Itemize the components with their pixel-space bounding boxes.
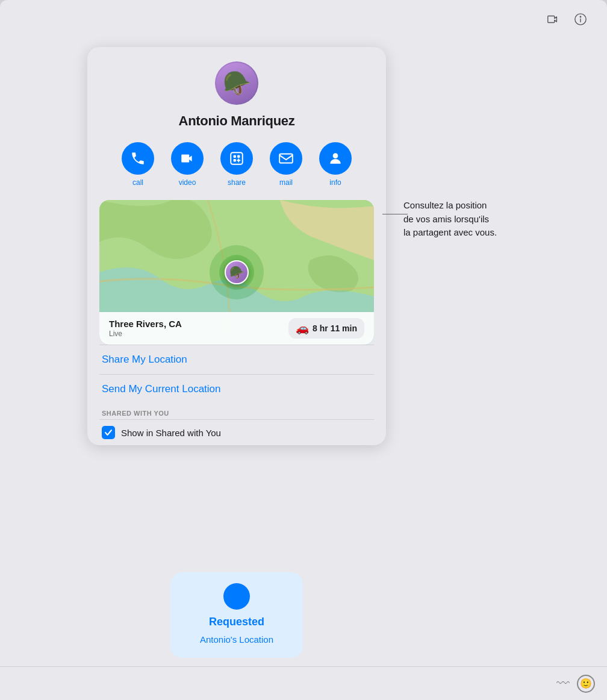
info-action-button[interactable]: info <box>319 142 352 187</box>
video-label: video <box>179 178 196 187</box>
location-ring-inner: 🪖 <box>219 255 254 290</box>
video-call-button[interactable] <box>544 11 561 28</box>
svg-rect-6 <box>234 159 236 161</box>
mail-label: mail <box>279 178 293 187</box>
top-bar <box>544 11 589 28</box>
show-in-shared-checkbox[interactable] <box>102 426 115 439</box>
video-icon-circle <box>171 142 204 175</box>
chat-area: Requested Antonio's Location <box>87 566 386 664</box>
send-current-location-item[interactable]: Send My Current Location <box>99 374 374 404</box>
shared-with-you-label: SHARED WITH YOU <box>99 404 374 419</box>
action-buttons-row: call video <box>99 142 374 187</box>
map-area[interactable]: 🪖 Three Rivers, CA Live 🚗 8 hr 11 min <box>99 200 374 345</box>
send-current-location-label: Send My Current Location <box>102 383 221 395</box>
call-button[interactable]: call <box>122 142 154 187</box>
map-drive-info: 🚗 8 hr 11 min <box>288 318 364 339</box>
contact-panel: 🪖 Antonio Manriquez call <box>87 47 386 445</box>
video-button[interactable]: video <box>171 142 204 187</box>
svg-point-2 <box>580 16 581 17</box>
bubble-subtitle: Antonio's Location <box>200 634 273 645</box>
share-icon-circle <box>220 142 253 175</box>
avatar-container: 🪖 <box>99 61 374 105</box>
svg-rect-3 <box>231 152 243 164</box>
waveform-icon[interactable]: 〰 <box>556 676 570 692</box>
svg-point-8 <box>333 153 338 158</box>
info-button[interactable] <box>572 11 589 28</box>
annotation: Consultez la positionde vos amis lorsqu'… <box>403 199 584 240</box>
info-label: info <box>329 178 341 187</box>
contact-name: Antonio Manriquez <box>99 113 374 129</box>
location-avatar: 🪖 <box>225 260 249 284</box>
avatar: 🪖 <box>215 61 258 105</box>
call-icon-circle <box>122 142 154 175</box>
mail-button[interactable]: mail <box>270 142 302 187</box>
panel-list: Share My Location Send My Current Locati… <box>99 345 374 445</box>
svg-rect-4 <box>234 155 236 158</box>
svg-rect-5 <box>237 155 240 158</box>
location-ring-outer: 🪖 <box>210 245 264 299</box>
chat-bubble: Requested Antonio's Location <box>170 572 303 658</box>
car-icon: 🚗 <box>296 322 309 335</box>
bottom-bar: 〰 🙂 <box>0 666 607 700</box>
show-in-shared-row[interactable]: Show in Shared with You <box>99 419 374 445</box>
bubble-avatar-dot <box>223 583 250 610</box>
svg-rect-7 <box>279 154 293 163</box>
share-button[interactable]: share <box>220 142 253 187</box>
map-city: Three Rivers, CA <box>109 319 182 329</box>
share-my-location-item[interactable]: Share My Location <box>99 345 374 374</box>
map-status: Live <box>109 330 182 338</box>
info-icon-circle <box>319 142 352 175</box>
share-my-location-label: Share My Location <box>102 354 187 365</box>
map-info-bar: Three Rivers, CA Live 🚗 8 hr 11 min <box>99 312 374 345</box>
bubble-title: Requested <box>209 616 264 628</box>
main-window: 🪖 Antonio Manriquez call <box>0 0 607 700</box>
avatar-memoji: 🪖 <box>216 63 257 104</box>
map-location-info: Three Rivers, CA Live <box>109 319 182 338</box>
mail-icon-circle <box>270 142 302 175</box>
location-pin: 🪖 <box>210 245 264 299</box>
call-label: call <box>132 178 143 187</box>
share-label: share <box>228 178 246 187</box>
drive-time: 8 hr 11 min <box>313 323 357 333</box>
show-in-shared-text: Show in Shared with You <box>121 428 221 438</box>
annotation-text: Consultez la positionde vos amis lorsqu'… <box>403 199 584 240</box>
emoji-button[interactable]: 🙂 <box>577 675 595 693</box>
